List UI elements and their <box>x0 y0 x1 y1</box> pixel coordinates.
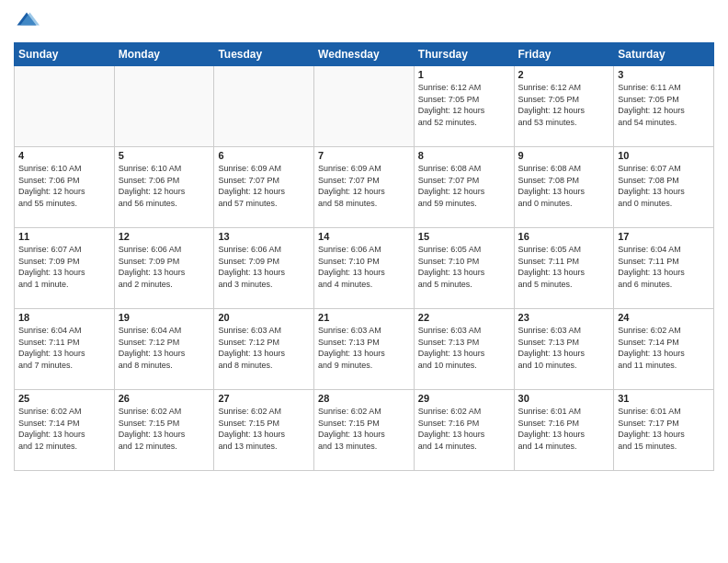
day-number: 31 <box>618 393 710 404</box>
calendar-cell: 16Sunrise: 6:05 AM Sunset: 7:11 PM Dayli… <box>514 228 614 309</box>
day-info: Sunrise: 6:12 AM Sunset: 7:05 PM Dayligh… <box>518 82 610 128</box>
calendar-cell <box>114 66 214 147</box>
weekday-header-friday: Friday <box>514 43 614 66</box>
calendar-cell: 4Sunrise: 6:10 AM Sunset: 7:06 PM Daylig… <box>15 147 115 228</box>
day-number: 27 <box>218 393 310 404</box>
day-number: 12 <box>119 231 210 242</box>
calendar-cell: 12Sunrise: 6:06 AM Sunset: 7:09 PM Dayli… <box>114 228 214 309</box>
week-row-2: 4Sunrise: 6:10 AM Sunset: 7:06 PM Daylig… <box>15 147 714 228</box>
calendar-cell: 2Sunrise: 6:12 AM Sunset: 7:05 PM Daylig… <box>514 66 614 147</box>
calendar-cell: 22Sunrise: 6:03 AM Sunset: 7:13 PM Dayli… <box>414 309 514 390</box>
weekday-header-saturday: Saturday <box>614 43 714 66</box>
calendar-cell: 6Sunrise: 6:09 AM Sunset: 7:07 PM Daylig… <box>214 147 314 228</box>
day-number: 1 <box>418 69 510 80</box>
day-number: 20 <box>218 312 310 323</box>
day-info: Sunrise: 6:09 AM Sunset: 7:07 PM Dayligh… <box>218 163 310 209</box>
calendar-cell: 24Sunrise: 6:02 AM Sunset: 7:14 PM Dayli… <box>614 309 714 390</box>
week-row-4: 18Sunrise: 6:04 AM Sunset: 7:11 PM Dayli… <box>15 309 714 390</box>
calendar-cell: 11Sunrise: 6:07 AM Sunset: 7:09 PM Dayli… <box>15 228 115 309</box>
calendar-cell: 7Sunrise: 6:09 AM Sunset: 7:07 PM Daylig… <box>314 147 415 228</box>
day-number: 5 <box>119 150 210 161</box>
day-number: 30 <box>518 393 610 404</box>
day-number: 2 <box>518 69 610 80</box>
week-row-3: 11Sunrise: 6:07 AM Sunset: 7:09 PM Dayli… <box>15 228 714 309</box>
day-info: Sunrise: 6:07 AM Sunset: 7:08 PM Dayligh… <box>618 163 710 209</box>
day-info: Sunrise: 6:02 AM Sunset: 7:14 PM Dayligh… <box>18 406 110 452</box>
day-info: Sunrise: 6:03 AM Sunset: 7:12 PM Dayligh… <box>218 325 310 371</box>
day-number: 16 <box>518 231 610 242</box>
day-number: 26 <box>119 393 210 404</box>
calendar-cell: 25Sunrise: 6:02 AM Sunset: 7:14 PM Dayli… <box>15 390 115 471</box>
day-info: Sunrise: 6:11 AM Sunset: 7:05 PM Dayligh… <box>618 82 710 128</box>
calendar-cell: 23Sunrise: 6:03 AM Sunset: 7:13 PM Dayli… <box>514 309 614 390</box>
week-row-5: 25Sunrise: 6:02 AM Sunset: 7:14 PM Dayli… <box>15 390 714 471</box>
header <box>14 9 714 35</box>
calendar-cell: 19Sunrise: 6:04 AM Sunset: 7:12 PM Dayli… <box>114 309 214 390</box>
logo <box>14 9 43 35</box>
weekday-header-thursday: Thursday <box>414 43 514 66</box>
calendar-cell: 28Sunrise: 6:02 AM Sunset: 7:15 PM Dayli… <box>314 390 415 471</box>
day-number: 15 <box>418 231 510 242</box>
weekday-header-tuesday: Tuesday <box>214 43 314 66</box>
day-number: 10 <box>618 150 710 161</box>
day-number: 6 <box>218 150 310 161</box>
day-number: 18 <box>18 312 110 323</box>
day-info: Sunrise: 6:04 AM Sunset: 7:11 PM Dayligh… <box>18 325 110 371</box>
day-info: Sunrise: 6:02 AM Sunset: 7:15 PM Dayligh… <box>119 406 210 452</box>
day-info: Sunrise: 6:08 AM Sunset: 7:07 PM Dayligh… <box>418 163 510 209</box>
day-info: Sunrise: 6:06 AM Sunset: 7:10 PM Dayligh… <box>318 244 410 290</box>
day-info: Sunrise: 6:06 AM Sunset: 7:09 PM Dayligh… <box>119 244 210 290</box>
day-info: Sunrise: 6:04 AM Sunset: 7:11 PM Dayligh… <box>618 244 710 290</box>
calendar-cell: 18Sunrise: 6:04 AM Sunset: 7:11 PM Dayli… <box>15 309 115 390</box>
day-info: Sunrise: 6:03 AM Sunset: 7:13 PM Dayligh… <box>318 325 410 371</box>
calendar-cell: 13Sunrise: 6:06 AM Sunset: 7:09 PM Dayli… <box>214 228 314 309</box>
day-number: 22 <box>418 312 510 323</box>
calendar-cell: 10Sunrise: 6:07 AM Sunset: 7:08 PM Dayli… <box>614 147 714 228</box>
calendar-cell: 1Sunrise: 6:12 AM Sunset: 7:05 PM Daylig… <box>414 66 514 147</box>
day-info: Sunrise: 6:10 AM Sunset: 7:06 PM Dayligh… <box>119 163 210 209</box>
calendar-cell: 26Sunrise: 6:02 AM Sunset: 7:15 PM Dayli… <box>114 390 214 471</box>
day-number: 23 <box>518 312 610 323</box>
day-info: Sunrise: 6:02 AM Sunset: 7:14 PM Dayligh… <box>618 325 710 371</box>
day-info: Sunrise: 6:05 AM Sunset: 7:10 PM Dayligh… <box>418 244 510 290</box>
day-number: 7 <box>318 150 410 161</box>
calendar-cell: 17Sunrise: 6:04 AM Sunset: 7:11 PM Dayli… <box>614 228 714 309</box>
weekday-header-sunday: Sunday <box>15 43 115 66</box>
calendar-cell: 29Sunrise: 6:02 AM Sunset: 7:16 PM Dayli… <box>414 390 514 471</box>
day-info: Sunrise: 6:07 AM Sunset: 7:09 PM Dayligh… <box>18 244 110 290</box>
calendar-cell: 5Sunrise: 6:10 AM Sunset: 7:06 PM Daylig… <box>114 147 214 228</box>
day-number: 13 <box>218 231 310 242</box>
day-info: Sunrise: 6:08 AM Sunset: 7:08 PM Dayligh… <box>518 163 610 209</box>
logo-icon <box>14 9 40 35</box>
day-number: 11 <box>18 231 110 242</box>
day-info: Sunrise: 6:04 AM Sunset: 7:12 PM Dayligh… <box>119 325 210 371</box>
calendar-cell: 15Sunrise: 6:05 AM Sunset: 7:10 PM Dayli… <box>414 228 514 309</box>
calendar-cell: 21Sunrise: 6:03 AM Sunset: 7:13 PM Dayli… <box>314 309 415 390</box>
day-number: 19 <box>119 312 210 323</box>
calendar-cell: 14Sunrise: 6:06 AM Sunset: 7:10 PM Dayli… <box>314 228 415 309</box>
day-info: Sunrise: 6:02 AM Sunset: 7:15 PM Dayligh… <box>218 406 310 452</box>
day-info: Sunrise: 6:06 AM Sunset: 7:09 PM Dayligh… <box>218 244 310 290</box>
day-info: Sunrise: 6:03 AM Sunset: 7:13 PM Dayligh… <box>418 325 510 371</box>
day-info: Sunrise: 6:03 AM Sunset: 7:13 PM Dayligh… <box>518 325 610 371</box>
day-number: 14 <box>318 231 410 242</box>
calendar-table: SundayMondayTuesdayWednesdayThursdayFrid… <box>14 42 714 471</box>
calendar-cell <box>314 66 415 147</box>
day-info: Sunrise: 6:09 AM Sunset: 7:07 PM Dayligh… <box>318 163 410 209</box>
day-number: 24 <box>618 312 710 323</box>
weekday-header-row: SundayMondayTuesdayWednesdayThursdayFrid… <box>15 43 714 66</box>
day-number: 29 <box>418 393 510 404</box>
page: SundayMondayTuesdayWednesdayThursdayFrid… <box>0 0 728 485</box>
day-info: Sunrise: 6:05 AM Sunset: 7:11 PM Dayligh… <box>518 244 610 290</box>
day-number: 17 <box>618 231 710 242</box>
day-info: Sunrise: 6:02 AM Sunset: 7:16 PM Dayligh… <box>418 406 510 452</box>
day-info: Sunrise: 6:01 AM Sunset: 7:17 PM Dayligh… <box>618 406 710 452</box>
calendar-cell: 9Sunrise: 6:08 AM Sunset: 7:08 PM Daylig… <box>514 147 614 228</box>
weekday-header-wednesday: Wednesday <box>314 43 415 66</box>
calendar-cell: 20Sunrise: 6:03 AM Sunset: 7:12 PM Dayli… <box>214 309 314 390</box>
calendar-cell: 27Sunrise: 6:02 AM Sunset: 7:15 PM Dayli… <box>214 390 314 471</box>
day-number: 9 <box>518 150 610 161</box>
week-row-1: 1Sunrise: 6:12 AM Sunset: 7:05 PM Daylig… <box>15 66 714 147</box>
day-number: 4 <box>18 150 110 161</box>
day-info: Sunrise: 6:01 AM Sunset: 7:16 PM Dayligh… <box>518 406 610 452</box>
